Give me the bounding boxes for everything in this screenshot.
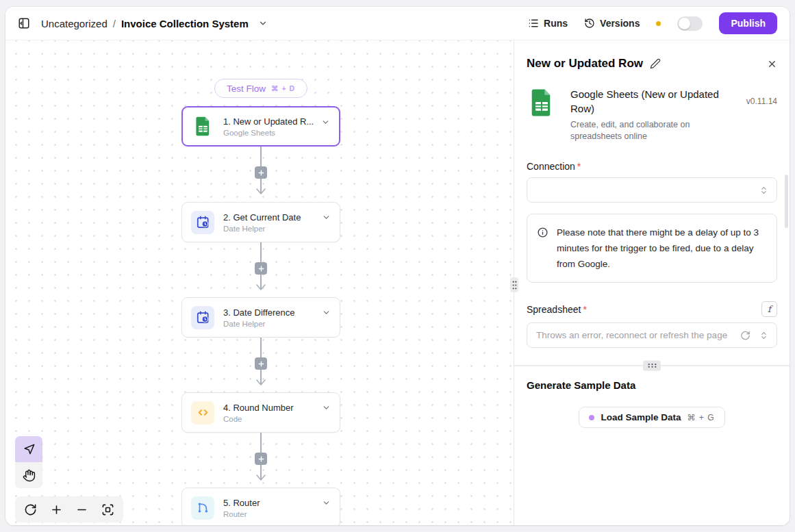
pan-tool-button[interactable] — [15, 462, 42, 488]
chevron-down-icon[interactable] — [322, 498, 331, 507]
versions-label: Versions — [600, 18, 640, 29]
refresh-icon — [24, 503, 37, 516]
publish-button[interactable]: Publish — [719, 12, 777, 34]
sidebar-toggle-button[interactable] — [18, 17, 30, 29]
code-icon — [191, 401, 214, 425]
close-panel-button[interactable] — [767, 59, 777, 69]
close-icon — [767, 59, 777, 69]
node-subtitle: Date Helper — [223, 320, 295, 328]
chevron-down-icon[interactable] — [322, 403, 331, 412]
flow-node-step3[interactable]: 3. Date Difference Date Helper — [181, 297, 340, 338]
flow-enabled-toggle[interactable] — [677, 16, 703, 31]
node-subtitle: Code — [223, 415, 294, 423]
add-step-button[interactable] — [255, 453, 267, 465]
flow-node-step4[interactable]: 4. Round Number Code — [181, 392, 340, 433]
mouse-pointer-icon — [23, 443, 36, 456]
node-title: 4. Round Number — [223, 403, 294, 413]
zoom-toolbar — [15, 496, 123, 522]
reset-view-button[interactable] — [20, 498, 42, 520]
panel-title: New or Updated Row — [527, 57, 643, 71]
panel-section-divider — [514, 365, 790, 366]
runs-button[interactable]: Runs — [528, 18, 568, 29]
breadcrumb-folder[interactable]: Uncategorized — [41, 18, 108, 29]
load-sample-data-label: Load Sample Data — [601, 412, 681, 422]
piece-description: Create, edit, and collaborate on spreads… — [570, 119, 711, 142]
chevron-down-icon[interactable] — [321, 118, 330, 127]
panel-scrollbar-thumb[interactable] — [785, 175, 788, 228]
spreadsheet-placeholder: Throws an error, reconnect or refresh th… — [536, 330, 727, 340]
test-flow-shortcut: ⌘ + D — [271, 84, 295, 92]
app-window: Uncategorized / Invoice Collection Syste… — [5, 7, 790, 525]
router-icon — [191, 496, 214, 520]
breadcrumb[interactable]: Uncategorized / Invoice Collection Syste… — [41, 18, 268, 29]
refresh-options-icon[interactable] — [740, 330, 750, 340]
required-asterisk: * — [583, 304, 586, 315]
piece-info: Google Sheets (New or Updated Row) v0.11… — [527, 87, 777, 142]
zoom-out-button[interactable] — [71, 498, 93, 520]
dynamic-value-toggle[interactable]: f — [761, 301, 777, 317]
chevron-up-down-icon — [759, 331, 768, 340]
node-title: 1. New or Updated R... — [223, 116, 314, 127]
trigger-delay-note: Please note that there might be a delay … — [527, 214, 777, 283]
piece-name: Google Sheets (New or Updated Row) — [570, 87, 741, 116]
arrowhead-icon — [256, 284, 266, 290]
google-sheets-icon — [191, 115, 214, 138]
info-icon — [537, 227, 548, 272]
spreadsheet-select[interactable]: Throws an error, reconnect or refresh th… — [527, 322, 777, 348]
history-icon — [584, 18, 595, 29]
load-sample-data-shortcut: ⌘ + G — [687, 413, 715, 422]
flow-node-step5[interactable]: 5. Router Router — [181, 487, 340, 525]
flow-name[interactable]: Invoice Collection System — [121, 18, 249, 29]
zoom-in-button[interactable] — [45, 498, 67, 520]
node-title: 5. Router — [223, 498, 260, 508]
required-asterisk: * — [577, 161, 581, 172]
chevron-up-down-icon — [759, 186, 768, 194]
runs-list-icon — [528, 18, 539, 29]
node-subtitle: Google Sheets — [223, 129, 314, 137]
step-settings-panel: New or Updated Row — [514, 40, 790, 525]
flow-node-trigger[interactable]: 1. New or Updated R... Google Sheets — [181, 106, 340, 147]
function-icon: f — [768, 305, 771, 314]
date-helper-icon — [191, 306, 214, 329]
date-helper-icon — [191, 211, 214, 234]
plus-icon — [50, 503, 63, 516]
node-title: 2. Get Current Date — [223, 212, 301, 223]
flow-node-step2[interactable]: 2. Get Current Date Date Helper — [181, 202, 340, 242]
spreadsheet-label: Spreadsheet* — [527, 304, 587, 315]
node-subtitle: Router — [223, 510, 260, 518]
google-sheets-icon — [527, 87, 557, 142]
sample-status-dot — [589, 415, 594, 420]
test-flow-label: Test Flow — [227, 84, 266, 94]
panel-left-icon — [18, 17, 30, 29]
chevron-down-icon[interactable] — [258, 18, 268, 28]
rename-step-button[interactable] — [650, 58, 661, 69]
toggle-knob — [679, 18, 690, 29]
pointer-tool-group — [15, 436, 42, 488]
section-resize-handle[interactable] — [643, 361, 661, 371]
piece-version: v0.11.14 — [746, 97, 777, 106]
chevron-down-icon[interactable] — [322, 308, 331, 317]
runs-label: Runs — [544, 18, 568, 29]
generate-sample-data-heading: Generate Sample Data — [527, 379, 777, 391]
chevron-down-icon[interactable] — [322, 213, 331, 222]
arrowhead-icon — [256, 188, 266, 194]
add-step-button[interactable] — [255, 166, 267, 179]
focus-frame-icon — [101, 503, 114, 516]
note-text: Please note that there might be a delay … — [557, 225, 767, 272]
select-tool-button[interactable] — [15, 436, 42, 462]
versions-button[interactable]: Versions — [584, 18, 640, 29]
connection-select[interactable] — [527, 177, 777, 203]
add-step-button[interactable] — [255, 262, 267, 275]
test-flow-button[interactable]: Test Flow ⌘ + D — [214, 79, 307, 98]
arrowhead-icon — [256, 474, 266, 481]
top-bar: Uncategorized / Invoice Collection Syste… — [5, 7, 790, 40]
load-sample-data-button[interactable]: Load Sample Data ⌘ + G — [579, 407, 724, 428]
minus-icon — [75, 503, 88, 516]
connection-label: Connection* — [527, 161, 581, 172]
panel-resize-handle[interactable] — [510, 277, 518, 292]
draft-status-dot — [656, 21, 661, 26]
add-step-button[interactable] — [255, 357, 267, 370]
fit-view-button[interactable] — [97, 498, 118, 520]
node-title: 3. Date Difference — [223, 307, 295, 318]
flow-canvas[interactable]: Test Flow ⌘ + D 1. New or Updated R... G… — [5, 40, 514, 525]
